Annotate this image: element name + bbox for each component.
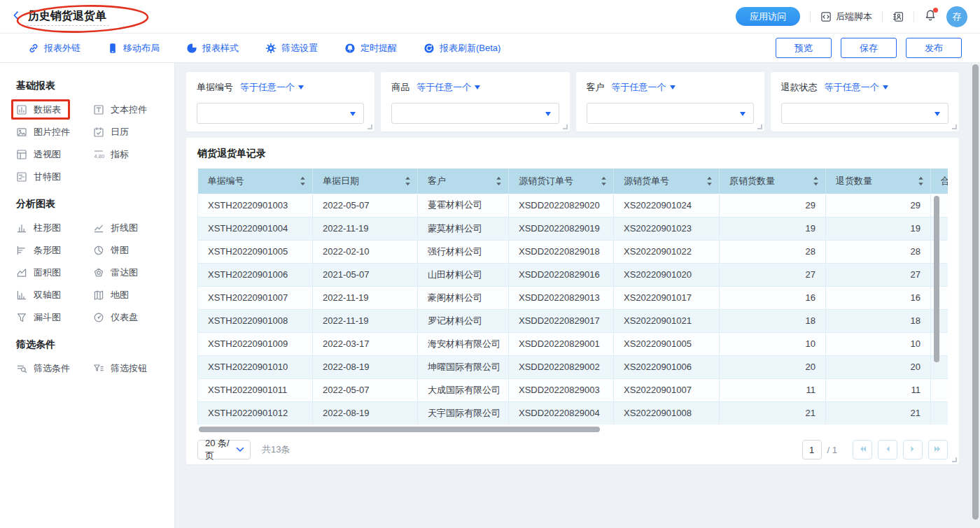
sidebar-item-indicator[interactable]: 4,80指标 [93,143,170,166]
table-cell: 天宇国际有限公司 [418,401,509,424]
sidebar-item-funnel-chart[interactable]: 漏斗图 [16,306,93,329]
header-right: 应用访问 后端脚本 存 [736,6,967,27]
sort-icon[interactable] [706,176,713,186]
column-header-4[interactable]: 源销货订单号 [509,169,614,194]
table-row[interactable]: XSTH202209010092022-03-17海安材料有限公司XSDD202… [198,332,948,355]
column-header-3[interactable]: 客户 [418,169,509,194]
page-title[interactable]: 历史销货退货单 [27,8,109,26]
resize-handle[interactable] [563,124,568,129]
column-header-2[interactable]: 单据日期 [313,169,418,194]
indicator-icon: 4,80 [93,149,105,161]
filter-card-customer[interactable]: 客户等于任意一个 [576,72,764,131]
sidebar-item-column-chart[interactable]: 柱形图 [16,217,93,239]
sidebar-item-bar-chart[interactable]: 条形图 [16,239,93,262]
page-size-select[interactable]: 20 条/页 [197,440,251,459]
filter-select-refund-status[interactable] [781,103,948,124]
filter-select-product[interactable] [391,103,559,124]
filter-card-refund-status[interactable]: 退款状态等于任意一个 [771,72,959,131]
avatar[interactable]: 存 [946,6,967,27]
toolbar-item-report-refresh[interactable]: 报表刷新(Beta) [424,42,500,55]
table-row[interactable]: XSTH202209010042022-11-19蒙莫材料公司XSDD20220… [198,217,948,240]
toolbar-item-report-link[interactable]: 报表外链 [28,42,80,55]
app-access-button[interactable]: 应用访问 [736,7,800,26]
table-row[interactable]: XSTH202209010062021-05-07山田材料公司XSDD20220… [198,263,948,286]
filter-select-doc-number[interactable] [197,103,364,124]
column-header-5[interactable]: 源销货单号 [614,169,720,194]
table-row[interactable]: XSTH202209010052022-02-10强行材料公司XSDD20220… [198,240,948,263]
sidebar-item-gauge[interactable]: 仪表盘 [93,306,170,329]
divider [810,11,811,22]
sidebar-item-calendar[interactable]: 日历 [93,121,170,143]
sidebar-item-radar-chart[interactable]: 雷达图 [93,262,170,284]
sidebar-item-image-widget[interactable]: 图片控件 [16,121,93,143]
sort-icon[interactable] [300,176,306,186]
table-row[interactable]: XSTH202209010102022-08-19坤曜国际有限公司XSDD202… [198,355,948,378]
table-cell: XSTH20220901012 [198,401,313,424]
toolbar-item-filter-settings[interactable]: 筛选设置 [265,42,318,55]
sort-icon[interactable] [496,176,502,186]
sidebar-item-pie-chart[interactable]: 饼图 [93,239,170,262]
filter-condition-selector[interactable]: 等于任意一个 [825,81,888,94]
sidebar-item-map[interactable]: 地图 [93,284,170,306]
table-row[interactable]: XSTH202209010072022-11-19豪阁材料公司XSDD20220… [198,286,948,309]
toolbar-item-report-style[interactable]: 报表样式 [186,42,239,55]
area-chart-icon [16,267,28,279]
contacts-icon[interactable] [892,11,904,22]
sidebar-item-line-chart[interactable]: 折线图 [93,217,170,239]
sidebar-item-gantt[interactable]: 甘特图 [16,166,93,188]
caret-down-icon [298,85,304,90]
current-page-input[interactable]: 1 [802,440,822,459]
sort-icon[interactable] [813,176,819,186]
notification-bell-button[interactable] [924,9,937,24]
sort-icon[interactable] [405,176,411,186]
table-cell: XSDD20220829013 [509,286,614,309]
filter-condition-selector[interactable]: 等于任意一个 [240,81,304,94]
filter-condition-selector[interactable]: 等于任意一个 [416,81,480,94]
back-button[interactable] [8,9,24,24]
column-header-1[interactable]: 单据编号 [198,169,313,194]
filter-select-customer[interactable] [587,103,754,124]
report-table-card[interactable]: 销货退货单记录 单据编号单据日期客户源销货订单号源销货单号原销货数量退货数量合计… [186,138,959,464]
table-row[interactable]: XSTH202209010112022-05-07大成国际有限公司XSDD202… [198,378,948,401]
sort-icon[interactable] [601,176,607,186]
divider [882,11,883,22]
page-scrollbar[interactable] [972,64,979,520]
resize-handle[interactable] [757,124,762,129]
sidebar-grid: 筛选条件筛选按钮 [0,357,174,380]
publish-button[interactable]: 发布 [906,38,962,58]
sidebar-item-data-table[interactable]: 数据表 [16,99,93,121]
sidebar-item-dual-axis[interactable]: 双轴图 [16,284,93,306]
sidebar-item-pivot-table[interactable]: 透视图 [16,143,93,166]
resize-handle[interactable] [368,124,372,129]
column-header-label: 单据日期 [323,176,359,186]
filter-card-product[interactable]: 商品等于任意一个 [381,72,569,131]
next-page-button[interactable] [903,440,923,459]
sidebar-item-text-widget[interactable]: 文本控件 [93,99,170,121]
toolbar-item-mobile-layout[interactable]: 移动布局 [107,42,160,55]
resize-handle[interactable] [952,124,957,129]
preview-button[interactable]: 预览 [776,38,832,58]
sidebar-item-filter-condition[interactable]: 筛选条件 [16,357,93,380]
column-header-7[interactable]: 退货数量 [826,169,931,194]
first-page-button[interactable] [853,440,872,459]
backend-script-button[interactable]: 后端脚本 [820,10,872,23]
filter-condition-selector[interactable]: 等于任意一个 [612,81,676,94]
filter-card-doc-number[interactable]: 单据编号等于任意一个 [186,72,374,131]
table-vertical-scrollbar[interactable] [934,196,939,362]
toolbar-item-scheduled-reminder[interactable]: 定时提醒 [344,42,397,55]
sidebar-item-label: 甘特图 [34,171,61,183]
sort-icon[interactable] [918,176,924,186]
save-button[interactable]: 保存 [841,38,897,58]
table-row[interactable]: XSTH202209010032022-05-07蔓霍材料公司XSDD20220… [198,194,948,217]
column-header-6[interactable]: 原销货数量 [720,169,826,194]
column-header-8[interactable]: 合计 [931,169,948,194]
sidebar-item-area-chart[interactable]: 面积图 [16,262,93,284]
table-row[interactable]: XSTH202209010082022-11-19罗记材料公司XSDD20220… [198,309,948,332]
widget-sidebar: 基础报表数据表文本控件图片控件日历透视图4,80指标甘特图分析图表柱形图折线图条… [0,63,175,528]
last-page-button[interactable] [928,440,948,459]
sidebar-item-filter-button[interactable]: 筛选按钮 [93,357,170,380]
resize-handle[interactable] [952,457,957,462]
table-horizontal-scrollbar[interactable] [199,427,600,432]
prev-page-button[interactable] [878,440,897,459]
table-row[interactable]: XSTH202209010122022-08-19天宇国际有限公司XSDD202… [198,401,948,424]
